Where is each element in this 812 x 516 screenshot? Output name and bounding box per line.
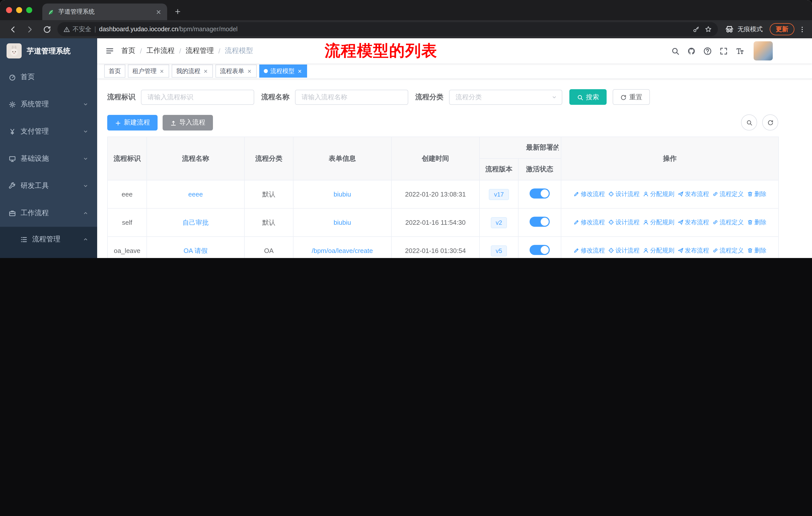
key-icon [693, 26, 700, 33]
import-process-button[interactable]: 导入流程 [163, 115, 213, 130]
reload-button[interactable] [40, 23, 53, 36]
window-minimize-button[interactable] [16, 7, 22, 13]
action-design[interactable]: 设计流程 [608, 218, 640, 227]
tag-流程模型[interactable]: 流程模型 [259, 64, 307, 78]
dashboard-icon [8, 73, 16, 81]
browser-chrome: 芋道管理系统 不安全 | dashboard.yudao.iocoder.cn/… [0, 0, 812, 38]
new-tab-button[interactable] [171, 5, 184, 18]
action-delete[interactable]: 删除 [747, 190, 766, 198]
action-modify[interactable]: 修改流程 [573, 246, 605, 255]
search-button[interactable]: 搜索 [569, 89, 607, 105]
col-header-active: 激活状态 [518, 159, 561, 180]
action-assign[interactable]: 分配规则 [643, 246, 674, 255]
forward-button[interactable] [23, 23, 36, 36]
tool-icon [8, 182, 16, 190]
aim-icon [608, 219, 614, 225]
sidebar-item-home[interactable]: 首页 [0, 63, 97, 91]
back-button[interactable] [6, 23, 19, 36]
process-name-link[interactable]: eeee [188, 190, 203, 198]
github-icon[interactable] [687, 46, 696, 56]
tag-首页[interactable]: 首页 [104, 64, 125, 78]
help-icon[interactable] [703, 46, 712, 56]
action-modify[interactable]: 修改流程 [573, 190, 605, 198]
active-switch[interactable] [529, 217, 550, 227]
chev-up-icon [83, 210, 89, 216]
category-select[interactable]: 流程分类 [449, 89, 562, 105]
security-chip[interactable]: 不安全 [63, 25, 91, 33]
sidebar-item-process-management[interactable]: 流程管理 [0, 227, 97, 252]
action-publish[interactable]: 发布流程 [677, 190, 709, 198]
sidebar-item-workflow[interactable]: 工作流程 [0, 199, 97, 227]
category-label: 流程分类 [415, 92, 443, 102]
process-name-input[interactable] [295, 89, 408, 105]
action-publish[interactable]: 发布流程 [677, 246, 709, 255]
sidebar-item-system[interactable]: 系统管理 [0, 91, 97, 118]
browser-tab[interactable]: 芋道管理系统 [42, 3, 167, 20]
chev-down-icon [83, 156, 89, 162]
toggle-search-button[interactable] [741, 114, 757, 131]
tree-icon [20, 236, 28, 243]
create-process-button[interactable]: 新建流程 [107, 115, 157, 130]
sidebar-item-process-form[interactable]: 流程表单 [0, 252, 97, 258]
action-publish[interactable]: 发布流程 [677, 218, 709, 227]
active-switch[interactable] [529, 245, 550, 255]
cell-process-key: oa_leave [108, 237, 147, 258]
password-key-icon[interactable] [693, 25, 700, 33]
sidebar-item-devtools[interactable]: 研发工具 [0, 172, 97, 199]
action-modify[interactable]: 修改流程 [573, 218, 605, 227]
bookmark-star-icon[interactable] [705, 25, 712, 33]
form-link[interactable]: biubiu [334, 190, 351, 198]
action-delete[interactable]: 删除 [747, 218, 766, 227]
font-size-icon[interactable] [735, 46, 744, 56]
address-bar[interactable]: 不安全 | dashboard.yudao.iocoder.cn/bpm/man… [57, 22, 718, 36]
action-definition[interactable]: 流程定义 [712, 246, 744, 255]
table-row: oa_leaveOA 请假OA/bpm/oa/leave/create2022-… [108, 237, 779, 258]
breadcrumb-item[interactable]: 流程管理 [186, 46, 214, 55]
refresh-icon [620, 94, 627, 101]
window-zoom-button[interactable] [26, 7, 32, 13]
active-switch[interactable] [529, 188, 550, 198]
sidebar-item-infrastructure[interactable]: 基础设施 [0, 145, 97, 172]
cell-category: 默认 [244, 180, 293, 208]
window-close-button[interactable] [6, 7, 12, 13]
action-definition[interactable]: 流程定义 [712, 190, 744, 198]
table-toolbar: 新建流程 导入流程 [107, 114, 778, 131]
browser-menu-button[interactable] [799, 25, 806, 33]
tab-close-button[interactable] [155, 8, 162, 16]
form-link[interactable]: /bpm/oa/leave/create [312, 247, 373, 254]
security-label: 不安全 [72, 25, 91, 33]
edit-icon [573, 248, 579, 254]
action-design[interactable]: 设计流程 [608, 246, 640, 255]
update-button[interactable]: 更新 [770, 23, 794, 35]
back-icon [8, 25, 17, 33]
user-avatar[interactable] [754, 41, 773, 60]
process-name-link[interactable]: OA 请假 [183, 247, 207, 254]
process-key-input[interactable] [141, 89, 254, 105]
edit-icon [573, 191, 579, 197]
fullscreen-icon[interactable] [719, 46, 728, 56]
reset-button[interactable]: 重置 [613, 89, 650, 105]
screen: 芋道管理系统 不安全 | dashboard.yudao.iocoder.cn/… [0, 0, 812, 258]
action-definition[interactable]: 流程定义 [712, 218, 744, 227]
tag-流程表单[interactable]: 流程表单 [215, 64, 257, 78]
action-design[interactable]: 设计流程 [608, 190, 640, 198]
tag-我的流程[interactable]: 我的流程 [172, 64, 213, 78]
col-header-deploy-group: 最新部署的流程定义 [480, 137, 561, 159]
sidebar-toggle-button[interactable] [105, 46, 114, 55]
plus-icon [174, 8, 181, 15]
form-link[interactable]: biubiu [334, 219, 351, 226]
sidebar-item-payment[interactable]: 支付管理 [0, 118, 97, 145]
breadcrumb-item[interactable]: 工作流程 [146, 46, 175, 55]
warning-icon [63, 26, 70, 33]
action-delete[interactable]: 删除 [747, 246, 766, 255]
header-search-icon[interactable] [671, 46, 679, 56]
refresh-table-button[interactable] [762, 114, 778, 131]
col-header-category: 流程分类 [244, 137, 293, 180]
action-assign[interactable]: 分配规则 [643, 218, 674, 227]
tag-租户管理[interactable]: 租户管理 [128, 64, 169, 78]
breadcrumb-item[interactable]: 首页 [121, 46, 136, 55]
infra-icon [8, 155, 16, 163]
tab-favicon [47, 8, 54, 16]
action-assign[interactable]: 分配规则 [643, 190, 674, 198]
process-name-link[interactable]: 自己审批 [182, 218, 209, 226]
